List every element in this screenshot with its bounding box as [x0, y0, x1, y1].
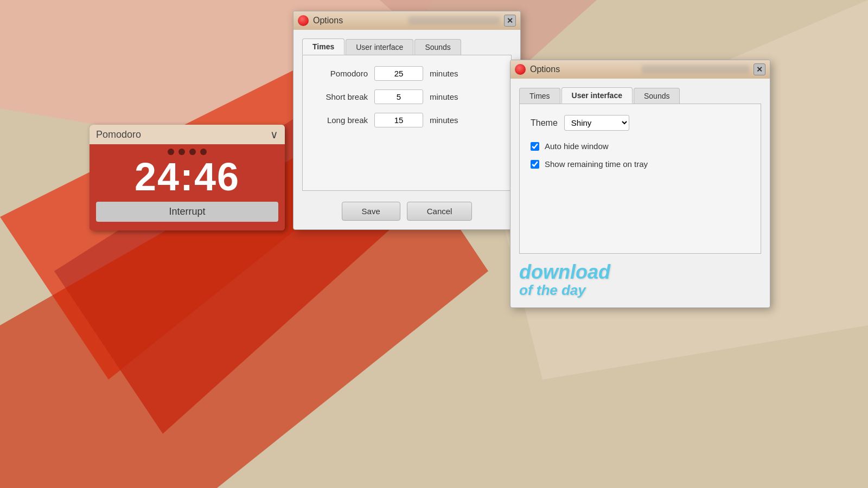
long-break-row: Long break minutes — [314, 113, 500, 127]
short-break-unit: minutes — [430, 92, 458, 101]
short-break-input[interactable] — [374, 89, 423, 104]
dialog1-body: Times User interface Sounds Pomodoro min… — [293, 30, 520, 229]
pomodoro-time: 24:46 — [96, 157, 278, 196]
dialog1-titlebar: Options ✕ — [293, 11, 520, 30]
dialog1-buttons: Save Cancel — [302, 202, 512, 221]
dialog1-title: Options — [313, 16, 404, 25]
tab-userinterface-2[interactable]: User interface — [561, 87, 633, 104]
show-remaining-row: Show remaining time on tray — [531, 159, 750, 169]
short-break-row: Short break minutes — [314, 89, 500, 104]
pomodoro-unit: minutes — [430, 69, 458, 78]
dialog2-title: Options — [530, 65, 637, 74]
pomodoro-input[interactable] — [374, 66, 423, 81]
auto-hide-checkbox[interactable] — [531, 142, 539, 151]
short-break-label: Short break — [314, 92, 368, 101]
tab-times-2[interactable]: Times — [519, 88, 560, 104]
interrupt-button[interactable]: Interrupt — [96, 202, 278, 222]
tab-sounds-2[interactable]: Sounds — [634, 88, 680, 104]
dot-1 — [168, 149, 174, 155]
auto-hide-row: Auto hide window — [531, 142, 750, 151]
long-break-input[interactable] — [374, 113, 423, 127]
pomodoro-row: Pomodoro minutes — [314, 66, 500, 81]
show-remaining-label: Show remaining time on tray — [545, 159, 648, 169]
dialog2-tabs: Times User interface Sounds — [519, 87, 761, 104]
pomodoro-header: Pomodoro ∨ — [90, 125, 285, 144]
dialog2-body: Times User interface Sounds Theme Shiny … — [510, 79, 770, 262]
tab-userinterface-1[interactable]: User interface — [346, 39, 413, 55]
dialog2-close-button[interactable]: ✕ — [754, 63, 765, 75]
theme-select[interactable]: Shiny Classic Minimal — [564, 115, 629, 131]
dialog1-tab-content: Pomodoro minutes Short break minutes Lon… — [302, 55, 512, 191]
dialog1-title-blur — [409, 16, 500, 25]
pomodoro-title: Pomodoro — [96, 129, 141, 140]
pomodoro-label: Pomodoro — [314, 69, 368, 78]
options-dialog-2: Options ✕ Times User interface Sounds Th… — [510, 60, 770, 308]
dialog2-tab-content: Theme Shiny Classic Minimal Auto hide wi… — [519, 104, 761, 254]
dot-4 — [200, 149, 207, 155]
tab-times-1[interactable]: Times — [302, 38, 344, 55]
tab-sounds-1[interactable]: Sounds — [414, 39, 461, 55]
dot-2 — [178, 149, 185, 155]
dialog1-icon — [298, 15, 309, 26]
download-badge-line1: download — [519, 262, 761, 282]
save-button[interactable]: Save — [342, 202, 400, 221]
long-break-unit: minutes — [430, 115, 458, 125]
dialog2-icon — [515, 64, 526, 75]
dialog2-title-blur — [642, 65, 749, 74]
pomodoro-chevron-icon[interactable]: ∨ — [270, 128, 278, 141]
download-badge-line2: of the day — [519, 282, 761, 299]
dialog1-tabs: Times User interface Sounds — [302, 38, 512, 55]
options-dialog-1: Options ✕ Times User interface Sounds Po… — [293, 11, 521, 230]
show-remaining-checkbox[interactable] — [531, 160, 539, 169]
pomodoro-dots — [96, 149, 278, 155]
download-badge-container: download of the day — [510, 262, 770, 307]
pomodoro-widget: Pomodoro ∨ 24:46 Interrupt — [90, 125, 285, 230]
dot-3 — [189, 149, 196, 155]
dialog2-titlebar: Options ✕ — [510, 60, 770, 79]
dialog1-close-button[interactable]: ✕ — [504, 15, 516, 27]
theme-label: Theme — [531, 118, 558, 128]
auto-hide-label: Auto hide window — [545, 142, 609, 151]
cancel-button[interactable]: Cancel — [407, 202, 473, 221]
pomodoro-body: 24:46 Interrupt — [90, 144, 285, 230]
long-break-label: Long break — [314, 115, 368, 125]
theme-row: Theme Shiny Classic Minimal — [531, 115, 750, 131]
